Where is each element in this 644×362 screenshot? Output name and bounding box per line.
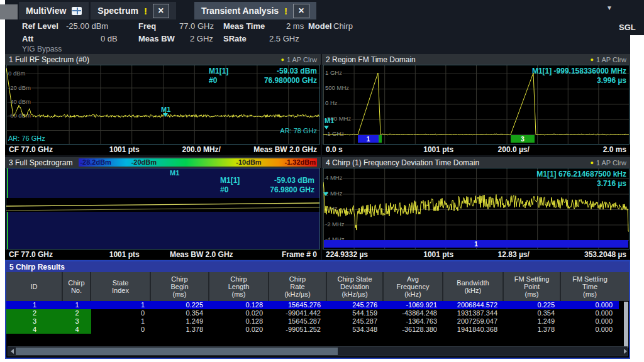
cell: 544.159	[327, 309, 384, 317]
cell: 2007259.047	[443, 317, 504, 326]
cell: -99041.442	[269, 309, 327, 317]
marker-m1-icon[interactable]	[324, 126, 329, 129]
cell: 4	[6, 326, 63, 334]
setting-value-meas-time[interactable]: 2 ms	[286, 21, 304, 31]
cell: 2	[6, 309, 63, 317]
results-horizontal-scrollbar[interactable]	[8, 346, 628, 356]
results-vertical-scrollbar[interactable]	[624, 302, 628, 348]
settings-bar: Ref Level-25.00 dBmFreq77.0 GHzMeas Time…	[5, 0, 644, 54]
marker-m1-label: M1	[161, 106, 170, 113]
panel2-footer: 0.0 s1001 pts200.0 µs/2.0 ms	[322, 145, 630, 155]
setting-value-ref-level[interactable]: -25.00 dBm	[66, 21, 108, 31]
cell: -36128.380	[384, 326, 443, 334]
scale-label: -20dBm	[131, 158, 157, 167]
cell: 0.000	[561, 301, 619, 309]
region-bar-sliver	[379, 135, 382, 143]
frequency-deviation-graph[interactable]: 4 MHz2 MHz0 Hz-2 MHz-4 MHzM1[1] 676.2146…	[323, 168, 630, 250]
scroll-left-arrow-icon[interactable]	[8, 348, 16, 355]
cell: -99051.252	[269, 326, 327, 334]
footer-value: 353.2048 µs	[552, 250, 627, 259]
cell: 1.378	[151, 326, 209, 334]
cell: 1.249	[504, 317, 561, 326]
trace-dot-icon: ●	[590, 57, 593, 63]
cell: 245.287	[327, 317, 384, 326]
scroll-right-arrow-icon[interactable]	[619, 348, 627, 355]
panel-full-spectrogram: 3 Full Spectrogram -28.2dBm-20dBm-10dBm-…	[5, 157, 321, 259]
setting-value-freq[interactable]: 77.0 GHz	[179, 21, 214, 31]
column-header-bandwidth: Bandwidth (kHz)	[443, 272, 504, 301]
spectrogram-color-scale: -28.2dBm-20dBm-10dBm-1.32dBm	[79, 158, 317, 167]
marker-m1-label: M1	[325, 117, 334, 124]
marker-m1-icon[interactable]	[323, 192, 328, 196]
setting-label-freq: Freq	[138, 21, 156, 31]
footer-value: 200.0 µs/	[476, 145, 552, 154]
cell: 1931387.344	[443, 309, 504, 317]
panel1-title-bar: 1 Full RF Spectrum (#0) ●1 AP Clrw	[5, 54, 321, 65]
footer-value: Meas BW 2.0 GHz	[163, 250, 240, 259]
footer-value: 1001 pts	[86, 145, 164, 154]
scale-label: -10dBm	[236, 158, 261, 167]
panel1-title: 1 Full RF Spectrum (#0)	[9, 55, 89, 64]
cell: 4	[63, 326, 91, 334]
panel2-title-bar: 2 Region FM Time Domain ●1 AP Clrw	[322, 54, 630, 65]
footer-value: CF 77.0 GHz	[9, 250, 86, 259]
cell: 0.020	[209, 309, 269, 317]
cell: 1	[91, 301, 151, 309]
cell: 1	[6, 301, 63, 309]
setting-value-att[interactable]: 0 dB	[101, 34, 118, 43]
panel-chirp-frequency-deviation: 4 Chirp (1) Frequency Deviation Time Dom…	[322, 157, 630, 259]
scrollbar-thumb[interactable]	[16, 348, 338, 355]
panel-full-rf-spectrum: 1 Full RF Spectrum (#0) ●1 AP Clrw 0 dBm…	[5, 54, 321, 155]
table-row[interactable]: 1110.2250.12815645.276245.276-1069.92120…	[6, 301, 629, 309]
cell: 0.225	[151, 301, 209, 309]
setting-label-model: Model	[308, 21, 332, 31]
cell: 1	[63, 301, 91, 309]
cell: 3	[6, 317, 63, 326]
panel4-title-bar: 4 Chirp (1) Frequency Deviation Time Dom…	[322, 157, 630, 168]
analyzer-window: { "icons": {"close": "✕", "alert": "!", …	[0, 0, 644, 362]
panel4-title: 4 Chirp (1) Frequency Deviation Time Dom…	[326, 158, 479, 167]
cell: 534.348	[327, 326, 384, 334]
cell: 0.020	[209, 326, 269, 334]
table-row[interactable]: 2200.3540.020-99041.442544.159-43864.248…	[6, 309, 629, 317]
table-row[interactable]: 4401.3780.020-99051.252534.348-36128.380…	[6, 326, 629, 334]
panel4-footer: 224.9332 µs1001 pts12.83 µs/353.2048 µs	[322, 250, 630, 260]
results-header-row: IDChirp No.State IndexChirp Begin (ms)Ch…	[6, 272, 629, 301]
marker-m1-icon[interactable]	[163, 113, 168, 117]
column-header-chirp: Chirp Length (ms)	[209, 272, 269, 301]
scale-label: -28.2dBm	[80, 158, 111, 167]
yig-bypass-label: YIG Bypass	[22, 45, 62, 53]
table-row[interactable]: 3311.2490.12815645.287245.287-1364.76320…	[6, 317, 629, 326]
column-header-chirp-state: Chirp State Deviation (kHz/µs)	[327, 272, 384, 301]
cell: 0.000	[561, 326, 619, 334]
panel1-footer: CF 77.0 GHz1001 pts200.0 MHz/Meas BW 2.0…	[5, 145, 321, 155]
setting-value-srate[interactable]: 2.5 GHz	[269, 34, 299, 43]
cell: 2006844.572	[443, 301, 504, 309]
column-header-fm-settling: FM Settling Time (ms)	[561, 272, 619, 301]
analysis-region-left-label: AR: 76 GHz	[8, 134, 45, 142]
column-header-id: ID	[6, 272, 63, 301]
chirp-region-bar[interactable]: 1	[324, 240, 628, 248]
single-sweep-badge: SGL	[619, 23, 636, 32]
trace-badge-label: 1 AP Clrw	[287, 56, 317, 63]
footer-value: 1001 pts	[401, 145, 477, 154]
region-bar-1[interactable]: 1	[358, 135, 379, 143]
setting-value-model[interactable]: Chirp	[333, 21, 353, 31]
analysis-region-right-label: AR: 78 GHz	[280, 127, 317, 134]
footer-value: 12.83 µs/	[476, 250, 552, 259]
spectrum-graph[interactable]: 0 dBm-20 dBm-40 dBm-60 dBmM1[1]-59.03 dB…	[6, 65, 320, 145]
trace-badge: ●1 AP Clrw	[590, 56, 626, 63]
footer-value: 2.0 ms	[552, 145, 627, 154]
footer-value: 200.0 MHz/	[163, 145, 240, 154]
results-body: 1110.2250.12815645.276245.276-1069.92120…	[6, 301, 629, 334]
cell: -1069.921	[384, 301, 443, 309]
trace-badge: ●1 AP Clrw	[590, 159, 626, 167]
cell: 1.249	[151, 317, 209, 326]
fm-time-domain-graph[interactable]: 1 GHz500 MHz0 Hz-500 MHz-1 GHzM1[1] -999…	[323, 65, 630, 145]
cell: 1.378	[504, 326, 561, 334]
spectrogram-graph[interactable]: M1[1]-59.03 dBm#076.9800 GHzM1	[6, 168, 320, 250]
trace-badge-label: 1 AP Clrw	[596, 159, 626, 167]
setting-value-meas-bw[interactable]: 2 GHz	[190, 34, 213, 43]
cell: 0	[91, 326, 151, 334]
region-bar-3[interactable]: 3	[511, 135, 535, 143]
